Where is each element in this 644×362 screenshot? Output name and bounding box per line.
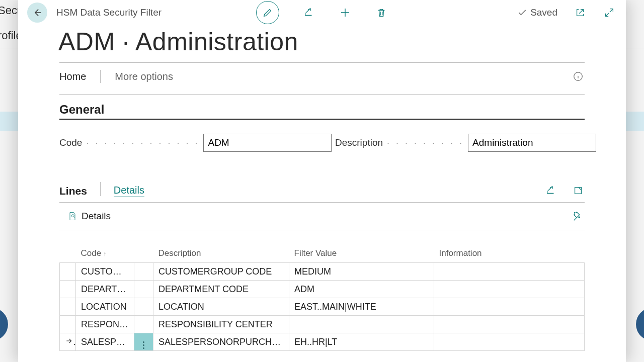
lines-table: Code↑ Description Filter Value Informati… — [59, 244, 585, 351]
share-icon — [545, 185, 556, 196]
section-general-title: General — [59, 103, 585, 117]
back-button[interactable] — [27, 3, 47, 23]
page-search-icon — [67, 211, 77, 221]
topbar: HSM Data Security Filter — [18, 0, 626, 25]
carousel-prev[interactable] — [0, 308, 8, 341]
trash-icon — [376, 7, 387, 18]
popout-icon — [575, 7, 586, 18]
col-code[interactable]: Code↑ — [76, 244, 134, 263]
lines-label: Lines — [59, 185, 87, 197]
row-indicator — [60, 333, 76, 351]
dots: · · · · · · · · · — [387, 138, 464, 148]
table-row[interactable]: SALESPERS…SALESPERSONORPURCHASEREH..HR|L… — [60, 333, 585, 351]
expand-icon — [604, 7, 615, 18]
code-label: Code — [59, 137, 82, 148]
cell-filter[interactable] — [289, 316, 434, 333]
saved-label: Saved — [530, 7, 557, 18]
col-information[interactable]: Information — [434, 244, 585, 263]
cell-code[interactable]: RESPONSIB… — [76, 316, 134, 333]
row-menu-button[interactable] — [134, 316, 153, 333]
info-button[interactable] — [572, 70, 585, 83]
cell-filter[interactable]: MEDIUM — [289, 263, 434, 281]
sub-details-button[interactable]: Details — [67, 211, 111, 222]
row-menu-button[interactable] — [134, 333, 153, 351]
expand-button[interactable] — [603, 6, 616, 19]
modal-card: HSM Data Security Filter — [18, 0, 626, 362]
cell-information[interactable] — [434, 316, 585, 333]
dots: · · · · · · · · · · · · · — [86, 138, 199, 148]
row-indicator — [60, 316, 76, 333]
content: ADM · Administration Home More options G… — [18, 27, 626, 351]
carousel-next[interactable] — [636, 308, 644, 341]
code-input[interactable] — [203, 134, 332, 152]
new-button[interactable] — [339, 6, 352, 19]
col-filter[interactable]: Filter Value — [289, 244, 434, 263]
lines-sub-toolbar: Details — [59, 203, 585, 230]
popout-icon — [573, 185, 584, 196]
general-fields: Code · · · · · · · · · · · · · Descripti… — [59, 134, 585, 152]
cell-information[interactable] — [434, 263, 585, 281]
row-menu-button[interactable] — [134, 263, 153, 281]
table-row[interactable]: DEPARTME…DEPARTMENT CODEADM — [60, 281, 585, 298]
pencil-icon — [262, 7, 273, 18]
arrow-left-icon — [32, 8, 42, 18]
description-input[interactable] — [468, 134, 596, 152]
cell-code[interactable]: DEPARTME… — [76, 281, 134, 298]
row-menu-button[interactable] — [134, 298, 153, 316]
lines-header: Lines Details — [59, 182, 585, 197]
cell-information[interactable] — [434, 333, 585, 351]
edit-button[interactable] — [256, 1, 279, 24]
row-indicator — [60, 298, 76, 316]
arrow-right-icon — [65, 337, 73, 345]
menu-more[interactable]: More options — [115, 71, 173, 82]
details-link[interactable]: Details — [114, 185, 144, 197]
saved-indicator: Saved — [517, 7, 557, 18]
cell-information[interactable] — [434, 298, 585, 316]
cell-description[interactable]: LOCATION — [153, 298, 289, 316]
cell-information[interactable] — [434, 281, 585, 298]
check-icon — [517, 8, 527, 18]
description-label: Description — [335, 137, 383, 148]
toolbar-right: Saved — [517, 6, 616, 19]
row-indicator — [60, 263, 76, 281]
cell-filter[interactable]: EH..HR|LT — [289, 333, 434, 351]
sub-details-label: Details — [82, 211, 111, 222]
cell-filter[interactable]: EAST..MAIN|WHITE — [289, 298, 434, 316]
lines-actions — [544, 184, 585, 197]
cell-description[interactable]: DEPARTMENT CODE — [153, 281, 289, 298]
menu-home[interactable]: Home — [59, 71, 86, 82]
vertical-dots-icon — [143, 341, 144, 349]
share-button[interactable] — [302, 6, 315, 19]
cell-description[interactable]: RESPONSIBILITY CENTER — [153, 316, 289, 333]
cell-code[interactable]: LOCATION — [76, 298, 134, 316]
row-menu-button[interactable] — [134, 281, 153, 298]
field-description: Description · · · · · · · · · — [335, 134, 585, 152]
divider — [59, 94, 585, 95]
info-icon — [573, 71, 584, 82]
row-indicator — [60, 281, 76, 298]
cell-description[interactable]: SALESPERSONORPURCHASER — [153, 333, 289, 351]
table-row[interactable]: CUSTOMER…CUSTOMERGROUP CODEMEDIUM — [60, 263, 585, 281]
cell-filter[interactable]: ADM — [289, 281, 434, 298]
col-description[interactable]: Description — [153, 244, 289, 263]
delete-button[interactable] — [375, 6, 388, 19]
pin-icon — [573, 211, 584, 222]
cell-code[interactable]: CUSTOMER… — [76, 263, 134, 281]
share-icon — [303, 7, 314, 18]
lines-share-button[interactable] — [544, 184, 557, 197]
action-menu: Home More options — [59, 63, 585, 90]
table-header-row: Code↑ Description Filter Value Informati… — [60, 244, 585, 263]
lines-popout-button[interactable] — [572, 184, 585, 197]
field-code: Code · · · · · · · · · · · · · — [59, 134, 309, 152]
table-row[interactable]: RESPONSIB…RESPONSIBILITY CENTER — [60, 316, 585, 333]
pin-button[interactable] — [572, 210, 585, 223]
cell-code[interactable]: SALESPERS… — [76, 333, 134, 351]
plus-icon — [339, 7, 351, 19]
divider — [59, 230, 585, 230]
table-row[interactable]: LOCATIONLOCATIONEAST..MAIN|WHITE — [60, 298, 585, 316]
popout-button[interactable] — [574, 6, 587, 19]
section-underline — [59, 119, 585, 120]
window-title: HSM Data Security Filter — [56, 7, 162, 18]
separator — [100, 182, 101, 196]
cell-description[interactable]: CUSTOMERGROUP CODE — [153, 263, 289, 281]
